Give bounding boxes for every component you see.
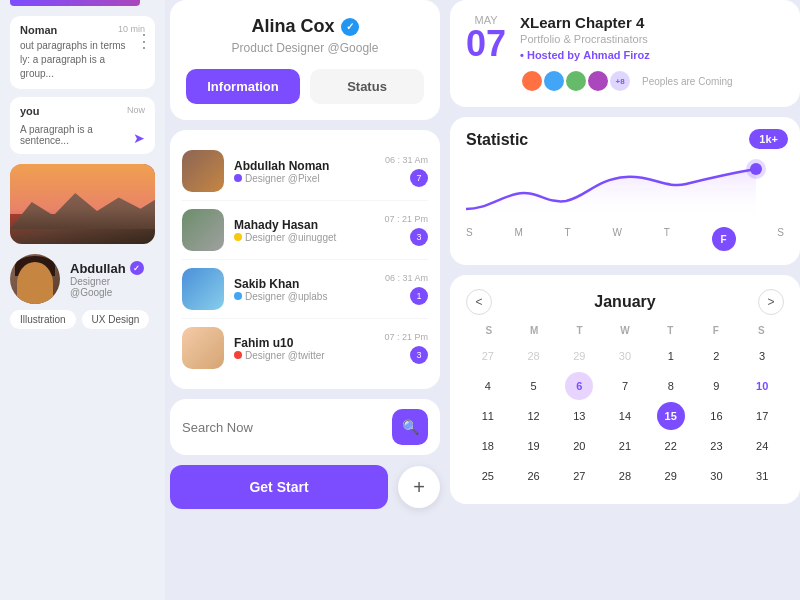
- chat-you-label: you: [20, 105, 40, 117]
- calendar-header: < January >: [466, 289, 784, 315]
- calendar-cell[interactable]: 13: [565, 402, 593, 430]
- get-start-button[interactable]: Get Start: [170, 465, 388, 509]
- verified-icon: ✓: [130, 261, 144, 275]
- header-S2: S: [739, 325, 784, 336]
- calendar-cell[interactable]: 17: [748, 402, 776, 430]
- calendar-prev-button[interactable]: <: [466, 289, 492, 315]
- contact-item[interactable]: Mahady Hasan Designer @uinugget 07 : 21 …: [182, 201, 428, 260]
- plus-button[interactable]: +: [398, 466, 440, 508]
- calendar-cell[interactable]: 28: [520, 342, 548, 370]
- header-F: F: [693, 325, 738, 336]
- event-day: 07: [466, 26, 506, 62]
- calendar-cell[interactable]: 22: [657, 432, 685, 460]
- calendar-cell[interactable]: 27: [565, 462, 593, 490]
- calendar-cell[interactable]: 25: [474, 462, 502, 490]
- contact-avatar-1: [182, 150, 224, 192]
- calendar-cell[interactable]: 29: [565, 342, 593, 370]
- calendar-cell[interactable]: 14: [611, 402, 639, 430]
- header-M: M: [511, 325, 556, 336]
- calendar-cell[interactable]: 1: [657, 342, 685, 370]
- contact-role-4: Designer @twitter: [234, 350, 384, 361]
- profile-card-name: Alina Cox ✓: [186, 16, 424, 37]
- attendee-2: [542, 69, 566, 93]
- calendar-cell[interactable]: 21: [611, 432, 639, 460]
- chat-item-1[interactable]: Noman 10 min out paragraphs in termsly: …: [10, 16, 155, 89]
- search-button[interactable]: 🔍: [392, 409, 428, 445]
- calendar-cell[interactable]: 29: [657, 462, 685, 490]
- calendar-cell[interactable]: 5: [520, 372, 548, 400]
- search-input[interactable]: [182, 420, 392, 435]
- calendar-cell[interactable]: 10: [748, 372, 776, 400]
- header-S: S: [466, 325, 511, 336]
- statistic-title: Statistic: [466, 131, 784, 149]
- calendar-card: < January > S M T W T F S 27282930123456…: [450, 275, 800, 504]
- contact-info-3: Sakib Khan Designer @uplabs: [234, 277, 385, 302]
- calendar-cell[interactable]: 7: [611, 372, 639, 400]
- calendar-cell[interactable]: 27: [474, 342, 502, 370]
- profile-name: Abdullah ✓: [70, 261, 155, 276]
- profile-card-role: Product Designer @Google: [186, 41, 424, 55]
- bottom-row: Get Start +: [170, 465, 440, 509]
- calendar-cell[interactable]: 19: [520, 432, 548, 460]
- calendar-cell[interactable]: 20: [565, 432, 593, 460]
- contact-item[interactable]: Sakib Khan Designer @uplabs 06 : 31 Am 1: [182, 260, 428, 319]
- attendee-1: [520, 69, 544, 93]
- event-card: May 07 XLearn Chapter 4 Portfolio & Proc…: [450, 0, 800, 107]
- profile-info: Abdullah ✓ Designer @Google: [70, 261, 155, 298]
- contact-item[interactable]: Fahim u10 Designer @twitter 07 : 21 Pm 3: [182, 319, 428, 377]
- calendar-cell[interactable]: 28: [611, 462, 639, 490]
- day-F-active: F: [712, 227, 736, 251]
- day-M: M: [514, 227, 522, 251]
- purple-bar: [10, 0, 140, 6]
- tag-uxdesign[interactable]: UX Design: [82, 310, 150, 329]
- contact-name-3: Sakib Khan: [234, 277, 385, 291]
- contact-meta-1: 06 : 31 Am 7: [385, 155, 428, 187]
- contact-item[interactable]: Abdullah Noman Designer @Pixel 06 : 31 A…: [182, 142, 428, 201]
- attendee-3: [564, 69, 588, 93]
- calendar-cell[interactable]: 16: [702, 402, 730, 430]
- chat-item-2[interactable]: you Now A paragraph is a sentence... ➤: [10, 97, 155, 154]
- profile-card: Alina Cox ✓ Product Designer @Google Inf…: [170, 0, 440, 120]
- calendar-cell[interactable]: 26: [520, 462, 548, 490]
- calendar-cell[interactable]: 9: [702, 372, 730, 400]
- day-labels: S M T W T F S: [466, 227, 784, 251]
- calendar-cell[interactable]: 2: [702, 342, 730, 370]
- status-button[interactable]: Status: [310, 69, 424, 104]
- menu-dots[interactable]: ⋮: [135, 30, 153, 52]
- tags-row: Illustration UX Design: [0, 304, 165, 329]
- send-icon[interactable]: ➤: [133, 130, 145, 146]
- calendar-next-button[interactable]: >: [758, 289, 784, 315]
- statistic-card: Statistic 1k+ S M T W T: [450, 117, 800, 265]
- event-host: • Hosted by Ahmad Firoz: [520, 49, 733, 61]
- day-S1: S: [466, 227, 473, 251]
- calendar-cell[interactable]: 3: [748, 342, 776, 370]
- calendar-cell[interactable]: 4: [474, 372, 502, 400]
- right-panel: May 07 XLearn Chapter 4 Portfolio & Proc…: [450, 0, 800, 600]
- header-T: T: [557, 325, 602, 336]
- calendar-cell[interactable]: 15: [657, 402, 685, 430]
- calendar-cell[interactable]: 24: [748, 432, 776, 460]
- calendar-cell[interactable]: 6: [565, 372, 593, 400]
- calendar-cell[interactable]: 23: [702, 432, 730, 460]
- landscape-image: [10, 164, 155, 244]
- left-panel: ⋮ Noman 10 min out paragraphs in termsly…: [0, 0, 165, 600]
- tag-illustration[interactable]: Illustration: [10, 310, 76, 329]
- calendar-cell[interactable]: 31: [748, 462, 776, 490]
- information-button[interactable]: Information: [186, 69, 300, 104]
- calendar-title: January: [594, 293, 655, 311]
- calendar-cell[interactable]: 18: [474, 432, 502, 460]
- attendee-4: [586, 69, 610, 93]
- contacts-card: Abdullah Noman Designer @Pixel 06 : 31 A…: [170, 130, 440, 389]
- calendar-cell[interactable]: 8: [657, 372, 685, 400]
- search-card: 🔍: [170, 399, 440, 455]
- calendar-cell[interactable]: 30: [702, 462, 730, 490]
- contact-name-1: Abdullah Noman: [234, 159, 385, 173]
- profile-role: Designer @Google: [70, 276, 155, 298]
- calendar-cell[interactable]: 30: [611, 342, 639, 370]
- calendar-days-header: S M T W T F S: [466, 325, 784, 336]
- calendar-cell[interactable]: 12: [520, 402, 548, 430]
- contact-avatar-2: [182, 209, 224, 251]
- event-subtitle: Portfolio & Procrastinators: [520, 33, 733, 45]
- calendar-cell[interactable]: 11: [474, 402, 502, 430]
- event-host-name: Ahmad Firoz: [583, 49, 650, 61]
